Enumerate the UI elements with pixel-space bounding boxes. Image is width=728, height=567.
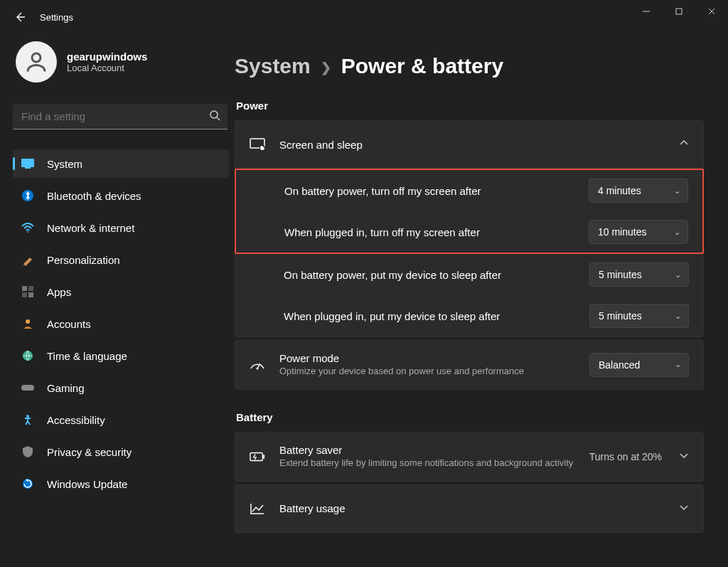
battery-saver-status: Turns on at 20% bbox=[589, 451, 662, 462]
nav-item-apps[interactable]: Apps bbox=[13, 277, 229, 306]
gaming-icon bbox=[21, 381, 34, 394]
battery-saver-icon bbox=[250, 452, 265, 462]
page-title: Power & battery bbox=[341, 54, 503, 78]
battery-saver-card: Battery saver Extend battery life by lim… bbox=[235, 432, 704, 482]
chevron-down-icon bbox=[679, 502, 689, 515]
card-title: Battery usage bbox=[279, 502, 665, 514]
nav-label: System bbox=[47, 158, 82, 170]
svg-rect-10 bbox=[28, 292, 33, 297]
person-icon bbox=[23, 49, 49, 75]
card-subtitle: Optimize your device based on power use … bbox=[279, 366, 575, 378]
battery-saver-row[interactable]: Battery saver Extend battery life by lim… bbox=[235, 433, 703, 481]
svg-rect-13 bbox=[21, 385, 34, 391]
nav-item-bluetooth[interactable]: Bluetooth & devices bbox=[13, 181, 229, 210]
svg-rect-9 bbox=[22, 292, 27, 297]
chevron-right-icon: ❯ bbox=[321, 60, 331, 75]
battery-usage-row[interactable]: Battery usage bbox=[235, 485, 703, 532]
profile-block[interactable]: gearupwindows Local Account bbox=[13, 41, 229, 83]
svg-point-18 bbox=[257, 367, 259, 369]
power-mode-dropdown[interactable]: Balanced ⌄ bbox=[589, 353, 689, 377]
chevron-down-icon: ⌄ bbox=[675, 312, 681, 321]
svg-rect-7 bbox=[22, 286, 27, 291]
nav-item-gaming[interactable]: Gaming bbox=[13, 373, 229, 402]
profile-account-type: Local Account bbox=[67, 63, 147, 73]
nav-label: Apps bbox=[47, 286, 71, 298]
nav-item-network[interactable]: Network & internet bbox=[13, 213, 229, 242]
maximize-button[interactable] bbox=[663, 0, 695, 23]
accessibility-icon bbox=[21, 413, 34, 426]
avatar bbox=[16, 41, 57, 83]
nav-label: Network & internet bbox=[47, 222, 134, 234]
breadcrumb-parent[interactable]: System bbox=[235, 54, 311, 78]
shield-icon bbox=[21, 445, 34, 458]
nav-list: System Bluetooth & devices Network & int… bbox=[13, 149, 229, 498]
svg-rect-20 bbox=[263, 455, 264, 459]
card-title: Power mode bbox=[279, 352, 575, 364]
power-mode-row: Power mode Optimize your device based on… bbox=[235, 341, 703, 389]
screen-and-sleep-card: Screen and sleep On battery power, turn … bbox=[235, 120, 704, 337]
dropdown-value: 5 minutes bbox=[599, 310, 642, 322]
accounts-icon bbox=[21, 317, 34, 330]
nav-label: Windows Update bbox=[47, 478, 127, 490]
search-input[interactable] bbox=[13, 104, 228, 129]
card-subtitle: Extend battery life by limiting some not… bbox=[279, 457, 575, 470]
setting-label: When plugged in, put my device to sleep … bbox=[284, 309, 575, 324]
chevron-down-icon: ⌄ bbox=[675, 270, 681, 280]
app-title: Settings bbox=[40, 12, 73, 23]
svg-point-2 bbox=[210, 111, 218, 118]
chevron-down-icon: ⌄ bbox=[675, 360, 681, 369]
plugged-screen-off-dropdown[interactable]: 10 minutes ⌄ bbox=[589, 220, 688, 244]
nav-item-personalization[interactable]: Personalization bbox=[13, 245, 229, 274]
dropdown-value: 10 minutes bbox=[598, 226, 646, 238]
nav-label: Privacy & security bbox=[47, 446, 132, 458]
nav-item-windows-update[interactable]: Windows Update bbox=[13, 470, 229, 498]
setting-label: When plugged in, turn off my screen afte… bbox=[284, 225, 574, 240]
plugged-sleep-row: When plugged in, put my device to sleep … bbox=[235, 295, 703, 337]
nav-item-time-language[interactable]: Time & language bbox=[13, 341, 229, 370]
battery-sleep-row: On battery power, put my device to sleep… bbox=[235, 254, 703, 295]
system-icon bbox=[21, 157, 34, 170]
search-box[interactable] bbox=[13, 104, 228, 129]
nav-item-system[interactable]: System bbox=[13, 149, 229, 178]
nav-label: Accounts bbox=[47, 318, 91, 330]
dropdown-value: 5 minutes bbox=[599, 269, 642, 280]
screen-icon bbox=[250, 138, 265, 151]
nav-item-accessibility[interactable]: Accessibility bbox=[13, 406, 229, 434]
highlighted-settings: On battery power, turn off my screen aft… bbox=[235, 169, 704, 254]
chevron-up-icon bbox=[679, 138, 689, 151]
apps-icon bbox=[21, 285, 34, 298]
main-content: System ❯ Power & battery Power Screen an… bbox=[235, 34, 728, 567]
setting-label: On battery power, turn off my screen aft… bbox=[284, 184, 574, 198]
nav-item-privacy[interactable]: Privacy & security bbox=[13, 438, 229, 466]
svg-rect-3 bbox=[21, 159, 34, 167]
back-button[interactable] bbox=[6, 3, 34, 31]
nav-label: Time & language bbox=[47, 350, 127, 362]
svg-point-1 bbox=[32, 53, 41, 62]
battery-section-heading: Battery bbox=[236, 411, 704, 423]
nav-item-accounts[interactable]: Accounts bbox=[13, 309, 229, 338]
svg-rect-4 bbox=[25, 167, 31, 169]
dropdown-value: Balanced bbox=[599, 359, 640, 371]
power-mode-card: Power mode Optimize your device based on… bbox=[235, 340, 704, 390]
window-controls bbox=[630, 0, 728, 23]
close-button[interactable] bbox=[695, 0, 728, 23]
minimize-button[interactable] bbox=[630, 0, 663, 23]
speedometer-icon bbox=[250, 359, 265, 371]
battery-screen-off-dropdown[interactable]: 4 minutes ⌄ bbox=[589, 179, 688, 203]
screen-and-sleep-header[interactable]: Screen and sleep bbox=[235, 121, 703, 168]
chart-icon bbox=[250, 503, 265, 514]
card-title: Screen and sleep bbox=[279, 139, 665, 151]
svg-rect-8 bbox=[28, 286, 33, 291]
wifi-icon bbox=[21, 221, 34, 234]
plugged-sleep-dropdown[interactable]: 5 minutes ⌄ bbox=[589, 304, 689, 328]
screen-sleep-options: On battery power, turn off my screen aft… bbox=[235, 168, 703, 337]
title-bar: Settings bbox=[0, 0, 728, 34]
dropdown-value: 4 minutes bbox=[598, 185, 641, 196]
update-icon bbox=[21, 477, 34, 490]
setting-label: On battery power, put my device to sleep… bbox=[284, 267, 575, 282]
battery-sleep-dropdown[interactable]: 5 minutes ⌄ bbox=[589, 263, 689, 287]
bluetooth-icon bbox=[21, 189, 34, 202]
breadcrumb: System ❯ Power & battery bbox=[235, 54, 704, 78]
nav-label: Personalization bbox=[47, 254, 120, 266]
back-arrow-icon bbox=[14, 11, 26, 23]
